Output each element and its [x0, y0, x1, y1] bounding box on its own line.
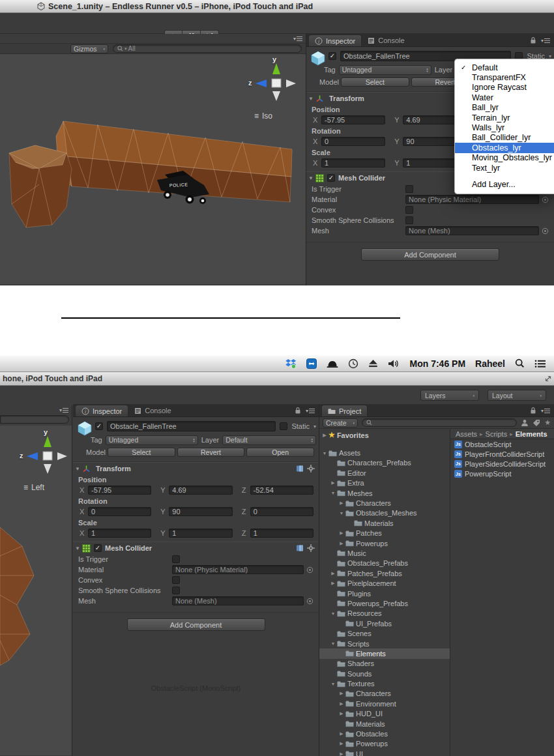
object-picker-icon[interactable]	[542, 227, 549, 235]
tree-item-shaders[interactable]: Shaders	[319, 659, 450, 669]
volume-icon[interactable]	[388, 359, 400, 368]
tree-item-scripts[interactable]: ▼ Scripts	[319, 639, 450, 648]
tree-item-meshes[interactable]: ▼ Meshes	[319, 488, 450, 498]
help-book-icon[interactable]	[296, 544, 304, 552]
foldout-icon[interactable]: ▼	[329, 641, 337, 646]
dropbox-icon[interactable]	[285, 358, 297, 369]
object-picker-icon[interactable]	[306, 566, 313, 574]
object-picker-icon[interactable]	[542, 196, 549, 203]
gear-icon[interactable]	[307, 544, 315, 552]
favorites-row[interactable]: ▶★ Favorites	[319, 430, 450, 440]
foldout-icon[interactable]: ▶	[338, 531, 345, 536]
number-input[interactable]: 0	[321, 137, 385, 146]
file-item[interactable]: Js ObstacleScript	[450, 439, 554, 449]
object-reference-field[interactable]: None (Mesh)	[405, 226, 539, 235]
lock-icon[interactable]	[530, 36, 536, 44]
model-select-button[interactable]: Select	[341, 78, 409, 87]
tree-item-assets[interactable]: ▼ Assets	[319, 448, 450, 458]
layer-menu-item[interactable]: ✓ Default	[455, 63, 554, 72]
scene-viewport[interactable]: y z ≡ Left	[0, 426, 72, 755]
model-open-button[interactable]: Open	[246, 448, 314, 457]
foldout-icon[interactable]: ▼	[329, 682, 337, 686]
number-input[interactable]: 1	[169, 529, 232, 538]
layer-menu-item[interactable]: Walls_lyr	[455, 123, 554, 132]
tree-item-ui[interactable]: ▶ UI	[319, 749, 450, 756]
property-checkbox[interactable]	[405, 206, 413, 214]
number-input[interactable]: 1	[321, 158, 385, 167]
object-picker-icon[interactable]	[306, 598, 313, 605]
file-item[interactable]: Js PlayerFrontColliderScript	[450, 449, 554, 459]
object-reference-field[interactable]: None (Mesh)	[172, 596, 304, 605]
panel-menu-icon[interactable]: ▾	[293, 36, 302, 42]
number-input[interactable]: -57.95	[321, 115, 385, 124]
tree-item-extra[interactable]: ▶ Extra	[319, 478, 450, 488]
object-reference-field[interactable]: None (Physic Material)	[405, 195, 539, 204]
view-mode-toggle[interactable]: ≡ Iso	[254, 111, 272, 121]
search-by-label-icon[interactable]	[532, 419, 540, 427]
foldout-icon[interactable]: ▶	[329, 571, 337, 576]
property-checkbox[interactable]	[172, 555, 180, 563]
number-input[interactable]: -52.54	[250, 486, 313, 495]
tab-console[interactable]: Console	[128, 405, 177, 416]
panel-menu-icon[interactable]: ▾	[306, 408, 315, 414]
tree-item-plugins[interactable]: Plugins	[319, 589, 450, 598]
number-input[interactable]: 4.69	[169, 486, 232, 495]
notification-center-icon[interactable]	[534, 359, 546, 368]
property-checkbox[interactable]	[405, 185, 413, 193]
tree-item-characters_prefabs[interactable]: Characters_Prefabs	[319, 458, 450, 468]
tree-item-obstacles[interactable]: ▶ Obstacles	[319, 729, 450, 738]
number-input[interactable]: 90	[169, 507, 232, 516]
tree-item-elements[interactable]: Elements	[319, 648, 450, 658]
foldout-icon[interactable]: ▼	[329, 611, 337, 616]
number-input[interactable]: 0	[88, 507, 151, 516]
scene-search-input[interactable]	[0, 415, 69, 424]
number-input[interactable]: 1	[250, 529, 313, 538]
tree-item-pixelplacement[interactable]: ▶ Pixelplacement	[319, 578, 450, 588]
foldout-icon[interactable]: ▼	[321, 451, 328, 456]
tree-item-editor[interactable]: Editor	[319, 468, 450, 478]
favorites-star-icon[interactable]: ★	[544, 418, 551, 427]
tag-dropdown[interactable]: Untagged▴▾	[106, 435, 198, 445]
tree-item-characters[interactable]: ▶ Characters	[319, 498, 450, 508]
model-revert-button[interactable]: Revert	[177, 448, 245, 457]
lock-icon[interactable]	[295, 407, 301, 414]
breadcrumb-segment[interactable]: Assets	[456, 430, 477, 438]
object-name-field[interactable]: Obstacle_FallenTree	[107, 421, 276, 431]
tree-item-patches[interactable]: ▶ Patches	[319, 529, 450, 538]
active-checkbox[interactable]: ✓	[328, 52, 336, 60]
component-enabled-checkbox[interactable]: ✓	[327, 174, 335, 182]
tree-item-resources[interactable]: ▼ Resources	[319, 609, 450, 618]
foldout-icon[interactable]: ▶	[338, 741, 345, 746]
tab-project[interactable]: Project	[321, 405, 368, 416]
layers-dropdown[interactable]: Layers▾	[420, 390, 479, 401]
lock-icon[interactable]	[530, 407, 536, 414]
tree-item-obstacles_prefabs[interactable]: Obstacles_Prefabs	[319, 559, 450, 568]
scene-search-input[interactable]: ▾ All	[113, 44, 302, 53]
tree-item-hud_ui[interactable]: ▶ HUD_UI	[319, 709, 450, 719]
tree-item-obstacles_meshes[interactable]: ▼ Obstacles_Meshes	[319, 508, 450, 518]
foldout-icon[interactable]: ▼	[329, 491, 337, 495]
foldout-icon[interactable]: ▶	[338, 501, 345, 506]
tree-item-materials[interactable]: Materials	[319, 518, 450, 528]
tree-item-powerups_prefabs[interactable]: Powerups_Prefabs	[319, 598, 450, 608]
tab-inspector[interactable]: iInspector	[75, 405, 128, 416]
foldout-icon[interactable]: ▶	[329, 480, 337, 486]
add-component-button[interactable]: Add Component	[361, 248, 499, 261]
tree-item-sounds[interactable]: Sounds	[319, 669, 450, 678]
tree-item-scenes[interactable]: Scenes	[319, 628, 450, 638]
object-reference-field[interactable]: None (Physic Material)	[172, 565, 304, 574]
number-input[interactable]: 1	[88, 529, 151, 538]
help-book-icon[interactable]	[296, 465, 304, 472]
foldout-icon[interactable]: ▶	[338, 691, 345, 696]
panel-menu-icon[interactable]: ▾	[541, 38, 550, 44]
layer-menu-item[interactable]: Water	[455, 93, 554, 102]
view-mode-toggle[interactable]: ≡ Left	[23, 483, 44, 492]
notifications-bell-icon[interactable]	[327, 359, 338, 368]
breadcrumb-segment[interactable]: Scripts	[486, 430, 508, 438]
foldout-icon[interactable]: ▼	[338, 511, 345, 516]
menu-bar-clock[interactable]: Mon 7:46 PM	[410, 358, 466, 369]
foldout-icon[interactable]: ▶	[338, 541, 345, 546]
static-dropdown-icon[interactable]: ▾	[313, 424, 316, 429]
component-enabled-checkbox[interactable]: ✓	[94, 544, 102, 552]
transform-component-header[interactable]: ▼ Transform	[73, 462, 319, 474]
